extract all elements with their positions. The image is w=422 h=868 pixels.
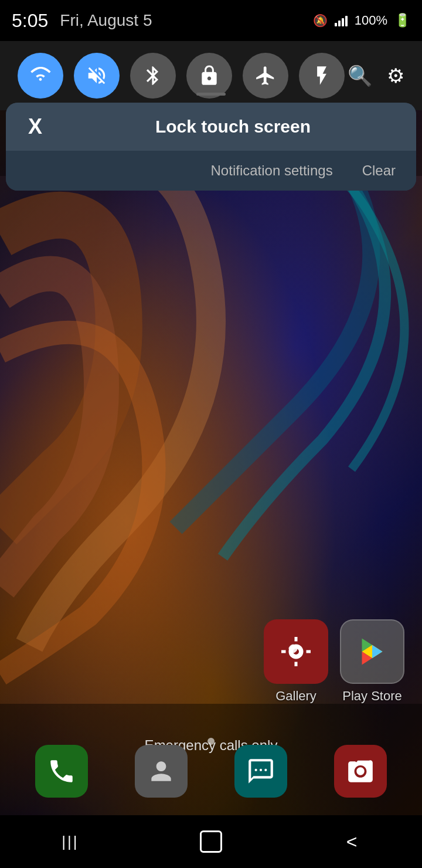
battery-icon: 🔋	[394, 13, 410, 28]
gallery-label: Gallery	[275, 689, 316, 704]
gallery-icon-img	[264, 619, 328, 684]
status-bar: 5:05 Fri, August 5 🔕 100% 🔋	[0, 0, 422, 41]
status-bar-icons: 🔕 100% 🔋	[313, 13, 410, 28]
bluetooth-toggle[interactable]	[130, 53, 176, 99]
mute-status-icon: 🔕	[313, 13, 328, 28]
notification-actions: Notification settings Clear	[6, 151, 416, 191]
messages-dock-icon[interactable]	[234, 745, 287, 798]
dock	[0, 733, 422, 809]
phone-dock-icon[interactable]	[35, 745, 88, 798]
svg-marker-13	[372, 645, 383, 659]
notification-settings-button[interactable]: Notification settings	[205, 160, 339, 182]
signal-icon	[335, 15, 348, 26]
contacts-dock-icon[interactable]	[135, 745, 188, 798]
flashlight-toggle[interactable]	[299, 53, 345, 99]
airplane-toggle[interactable]	[243, 53, 288, 99]
battery-percentage: 100%	[355, 13, 387, 28]
back-button[interactable]: <	[334, 824, 369, 859]
notification-card: X Lock touch screen Notification setting…	[6, 103, 416, 191]
play-store-app-icon[interactable]: Play Store	[340, 619, 404, 704]
mute-toggle[interactable]	[74, 53, 120, 99]
navigation-bar: ||| <	[0, 815, 422, 868]
settings-icon[interactable]: ⚙	[387, 64, 404, 87]
screen-lock-toggle[interactable]	[186, 53, 232, 99]
quick-settings-right: 🔍 ⚙	[348, 64, 404, 87]
home-button[interactable]	[193, 824, 229, 859]
svg-point-14	[255, 769, 257, 771]
search-icon[interactable]: 🔍	[348, 64, 372, 87]
quick-settings-icons	[18, 53, 345, 99]
status-bar-time-area: 5:05 Fri, August 5	[12, 10, 152, 32]
date-display: Fri, August 5	[60, 11, 152, 30]
svg-point-15	[260, 769, 262, 771]
play-store-icon-img	[340, 619, 404, 684]
notification-clear-button[interactable]: Clear	[356, 160, 401, 182]
drag-indicator	[196, 93, 226, 96]
svg-point-16	[264, 769, 267, 771]
camera-dock-icon[interactable]	[334, 745, 387, 798]
app-icons-row: Gallery Play Store	[264, 619, 404, 704]
notification-title: Lock touch screen	[64, 117, 401, 137]
notification-main: X Lock touch screen	[6, 103, 416, 151]
time-display: 5:05	[12, 10, 48, 32]
play-store-label: Play Store	[342, 689, 402, 704]
recents-button[interactable]: |||	[53, 824, 88, 859]
quick-settings-panel: 🔍 ⚙	[0, 41, 422, 110]
gallery-app-icon[interactable]: Gallery	[264, 619, 328, 704]
notification-close-button[interactable]: X	[21, 114, 50, 139]
wifi-toggle[interactable]	[18, 53, 63, 99]
